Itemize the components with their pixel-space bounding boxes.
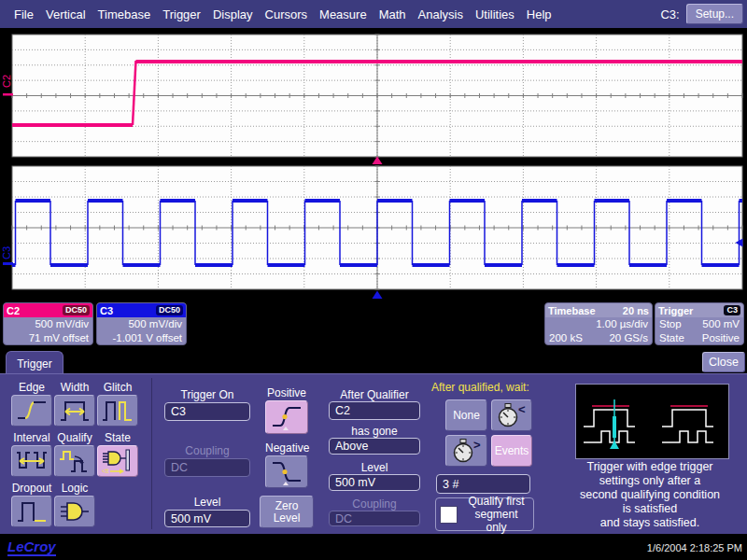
c3-coupling-badge: DC50 — [156, 305, 183, 315]
wait-events-button[interactable]: Events — [491, 435, 532, 467]
qualifier-level-label: Level — [329, 462, 420, 474]
trigger-time-marker[interactable] — [373, 157, 383, 165]
negative-slope-label: Negative — [265, 442, 308, 455]
trigger-delay-marker[interactable] — [373, 291, 383, 300]
qualify-first-segment-checkbox[interactable] — [440, 506, 458, 524]
c3-descriptor-box[interactable]: C3 DC50 500 mV/div -1.001 V offset — [96, 302, 187, 345]
width-trigger-icon — [58, 399, 92, 423]
has-gone-label: has gone — [329, 426, 420, 438]
active-channel-label: C3: — [660, 7, 679, 21]
qualify-type-label: Qualify — [54, 432, 95, 444]
has-gone-field[interactable]: Above — [329, 438, 420, 455]
trigger-mode-diagram — [575, 384, 729, 459]
glitch-trigger-button[interactable] — [97, 395, 138, 427]
level-label: Level — [164, 497, 250, 509]
qualifier-coupling-label: Coupling — [329, 498, 420, 511]
trigger-on-label: Trigger On — [164, 389, 250, 401]
c2-descriptor-title: C2 — [7, 305, 20, 316]
glitch-trigger-icon — [101, 399, 134, 423]
logic-trigger-icon — [58, 499, 92, 524]
svg-text:C3: C3 — [1, 246, 12, 259]
stopwatch-greater-icon: > — [448, 437, 486, 465]
after-qualifier-label: After Qualifier — [329, 389, 420, 401]
edge-type-label: Edge — [11, 382, 52, 394]
close-button[interactable]: Close — [702, 352, 745, 372]
edge-trigger-icon — [15, 399, 49, 423]
timebase-samples: 200 kS — [549, 331, 583, 345]
trigger-mode: Stop — [659, 317, 682, 331]
glitch-type-label: Glitch — [97, 382, 138, 394]
width-type-label: Width — [54, 382, 95, 394]
menu-item-utilities[interactable]: Utilities — [475, 7, 514, 21]
trigger-kind: State — [659, 331, 684, 345]
menu-item-analysis[interactable]: Analysis — [418, 7, 463, 21]
clock-timestamp: 1/6/2004 2:18:25 PM — [647, 542, 742, 553]
qualify-first-segment-group: Qualify first segment only — [435, 497, 534, 531]
timebase-descriptor-box[interactable]: Timebase 20 ns 1.00 µs/div 200 kS 20 GS/… — [544, 302, 653, 345]
dropout-type-label: Dropout — [7, 483, 56, 495]
positive-slope-button[interactable] — [265, 400, 308, 434]
svg-text:>: > — [473, 438, 481, 452]
qualify-trigger-button[interactable] — [54, 445, 95, 477]
level-field[interactable]: 500 mV — [164, 510, 250, 527]
svg-text:C2: C2 — [1, 75, 12, 88]
logic-type-label: Logic — [54, 483, 95, 495]
menu-item-help[interactable]: Help — [527, 7, 552, 21]
after-qualified-wait-label: After qualified, wait: — [431, 382, 543, 394]
c3-offset: -1.001 V offset — [97, 331, 186, 345]
trigger-descriptor-box[interactable]: Trigger C3 Stop 500 mV State Positive — [655, 302, 744, 345]
qualifier-coupling-field: DC — [329, 511, 420, 526]
trigger-slope: Positive — [702, 331, 740, 345]
after-qualifier-field[interactable]: C2 — [329, 401, 420, 420]
menu-item-file[interactable]: File — [14, 7, 34, 21]
dropout-trigger-button[interactable] — [11, 496, 52, 527]
lecroy-logo: LeCroy — [7, 539, 56, 556]
menu-item-timebase[interactable]: Timebase — [98, 7, 151, 21]
menu-bar: File Vertical Timebase Trigger Display C… — [0, 0, 747, 28]
timebase-rate: 20 GS/s — [609, 331, 648, 345]
wait-max-time-button[interactable]: < — [491, 399, 532, 431]
zero-level-button[interactable]: Zero Level — [260, 496, 314, 528]
menu-item-measure[interactable]: Measure — [319, 7, 367, 21]
edge-trigger-button[interactable] — [11, 395, 52, 427]
qualify-first-segment-label: Qualify first segment only — [463, 495, 529, 534]
menu-item-trigger[interactable]: Trigger — [162, 7, 201, 21]
interval-trigger-icon — [15, 449, 49, 473]
negative-slope-icon — [268, 458, 305, 486]
wait-min-time-button[interactable]: > — [445, 435, 487, 467]
trigger-summary-title: Trigger — [658, 305, 693, 316]
event-count-field[interactable]: 3 # — [436, 474, 530, 494]
c2-offset-marker[interactable] — [3, 93, 13, 96]
state-trigger-button[interactable]: <tt — [97, 445, 138, 477]
positive-slope-icon — [268, 403, 305, 431]
c2-scale: 500 mV/div — [4, 317, 92, 331]
svg-text:<tt: <tt — [102, 468, 109, 474]
c2-descriptor-box[interactable]: C2 DC50 500 mV/div 71 mV offset — [3, 302, 93, 345]
menu-item-cursors[interactable]: Cursors — [265, 7, 308, 21]
interval-type-label: Interval — [8, 432, 55, 444]
width-trigger-button[interactable] — [54, 395, 95, 427]
c3-channel-label: C3 — [1, 246, 12, 259]
negative-slope-button[interactable] — [265, 455, 308, 488]
qualifier-level-field[interactable]: 500 mV — [329, 474, 420, 491]
menu-item-display[interactable]: Display — [213, 7, 253, 21]
wait-none-button[interactable]: None — [445, 399, 487, 431]
c3-offset-marker[interactable] — [3, 262, 13, 265]
logic-trigger-button[interactable] — [54, 496, 95, 527]
trigger-on-field[interactable]: C3 — [164, 402, 250, 421]
trigger-panel-tab[interactable]: Trigger — [6, 351, 63, 375]
setup-button[interactable]: Setup... — [686, 4, 743, 24]
timebase-per-div: 1.00 µs/div — [545, 317, 652, 331]
c3-descriptor-title: C3 — [100, 305, 113, 316]
menu-item-math[interactable]: Math — [379, 7, 406, 21]
coupling-label: Coupling — [164, 445, 250, 457]
dropout-trigger-icon — [15, 499, 49, 524]
qualify-trigger-icon — [58, 449, 92, 473]
menu-item-vertical[interactable]: Vertical — [46, 7, 86, 21]
trigger-mode-description: Trigger with edge trigger settings only … — [551, 460, 747, 530]
interval-trigger-button[interactable] — [11, 445, 52, 477]
timebase-title: Timebase — [548, 305, 596, 316]
oscilloscope-screen: File Vertical Timebase Trigger Display C… — [0, 0, 747, 560]
c3-scale: 500 mV/div — [97, 317, 186, 331]
zero-level-label: Zero Level — [268, 500, 305, 525]
